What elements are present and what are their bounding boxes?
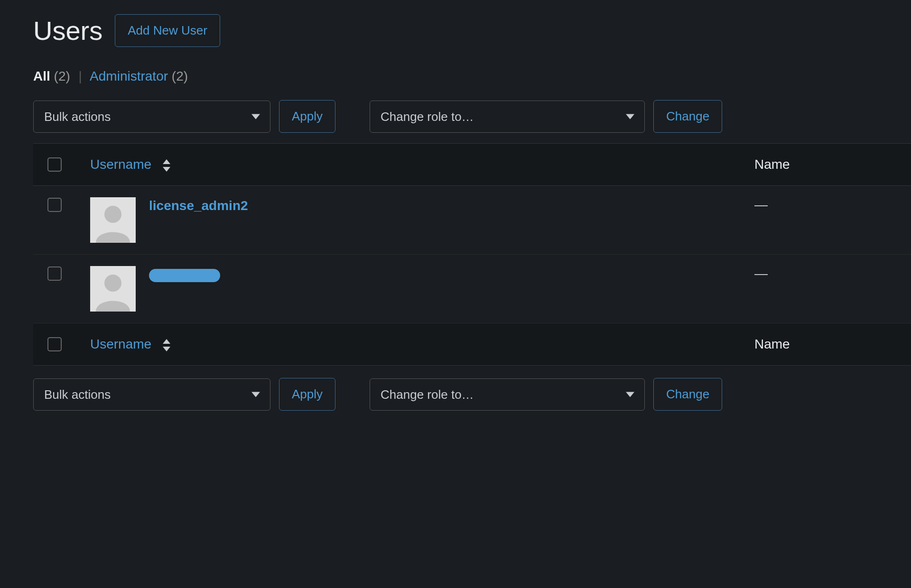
- apply-button[interactable]: Apply: [279, 100, 335, 133]
- page-title: Users: [33, 15, 102, 46]
- name-value: —: [754, 197, 768, 212]
- change-role-select[interactable]: Change role to…: [370, 101, 645, 133]
- row-checkbox[interactable]: [47, 198, 62, 212]
- filter-administrator[interactable]: Administrator (2): [90, 69, 188, 83]
- users-table: Username Name license_admin2—— Us: [33, 143, 911, 366]
- select-all-checkbox-footer[interactable]: [47, 337, 62, 351]
- bulk-actions-select[interactable]: Bulk actions: [33, 101, 270, 133]
- filter-all-label: All: [33, 69, 50, 83]
- column-name-label: Name: [754, 323, 911, 366]
- table-row: license_admin2—: [33, 186, 911, 255]
- filter-separator: |: [79, 69, 82, 83]
- table-header-row: Username Name: [33, 144, 911, 186]
- table-row: —: [33, 255, 911, 323]
- column-username-sort[interactable]: Username: [90, 157, 171, 172]
- column-username-label: Username: [90, 337, 151, 351]
- filter-admin-label: Administrator: [90, 69, 168, 83]
- name-value: —: [754, 266, 768, 281]
- bulk-actions-select-bottom[interactable]: Bulk actions: [33, 378, 270, 411]
- filter-all[interactable]: All (2): [33, 69, 74, 83]
- avatar: [90, 197, 136, 243]
- add-new-user-button[interactable]: Add New User: [115, 14, 220, 47]
- actions-row-bottom: Bulk actions Apply Change role to… Chang…: [33, 378, 911, 411]
- column-username-label: Username: [90, 157, 151, 172]
- change-button-bottom[interactable]: Change: [653, 378, 722, 411]
- svg-point-2: [104, 206, 121, 223]
- filter-all-count: (2): [54, 69, 70, 83]
- filter-links: All (2) | Administrator (2): [33, 69, 911, 84]
- row-checkbox[interactable]: [47, 266, 62, 281]
- column-name-label: Name: [754, 144, 911, 186]
- table-footer-row: Username Name: [33, 323, 911, 366]
- actions-row-top: Bulk actions Apply Change role to… Chang…: [33, 100, 911, 133]
- svg-marker-5: [163, 347, 170, 351]
- svg-marker-1: [163, 167, 170, 172]
- select-all-checkbox[interactable]: [47, 157, 62, 172]
- apply-button-bottom[interactable]: Apply: [279, 378, 335, 411]
- column-username-sort-footer[interactable]: Username: [90, 337, 171, 351]
- change-role-select-bottom[interactable]: Change role to…: [370, 378, 645, 411]
- change-button[interactable]: Change: [653, 100, 722, 133]
- svg-marker-0: [163, 159, 170, 164]
- filter-admin-count: (2): [172, 69, 188, 83]
- svg-marker-4: [163, 339, 170, 344]
- avatar: [90, 266, 136, 312]
- username-link[interactable]: license_admin2: [149, 197, 248, 213]
- svg-point-3: [104, 275, 121, 292]
- sort-icon: [162, 159, 171, 172]
- sort-icon: [162, 339, 171, 351]
- username-redacted[interactable]: [149, 269, 220, 282]
